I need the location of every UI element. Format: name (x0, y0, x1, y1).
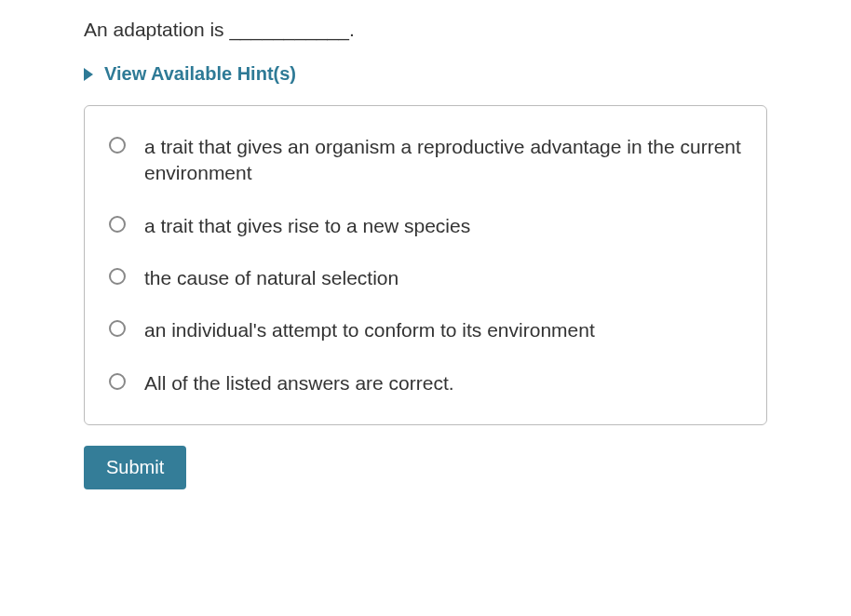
option-row[interactable]: All of the listed answers are correct. (109, 370, 742, 396)
option-text: a trait that gives rise to a new species (144, 213, 470, 239)
triangle-right-icon (84, 68, 93, 81)
radio-button[interactable] (109, 268, 126, 285)
radio-button[interactable] (109, 373, 126, 390)
question-text: An adaptation is ___________. (84, 19, 767, 41)
option-text: All of the listed answers are correct. (144, 370, 454, 396)
option-row[interactable]: a trait that gives rise to a new species (109, 213, 742, 239)
option-text: the cause of natural selection (144, 265, 398, 291)
hints-label: View Available Hint(s) (104, 63, 296, 85)
options-box: a trait that gives an organism a reprodu… (84, 105, 767, 425)
submit-button[interactable]: Submit (84, 446, 186, 489)
option-row[interactable]: an individual's attempt to conform to it… (109, 317, 742, 343)
option-row[interactable]: a trait that gives an organism a reprodu… (109, 134, 742, 187)
hints-toggle[interactable]: View Available Hint(s) (84, 63, 767, 85)
radio-button[interactable] (109, 216, 126, 233)
option-row[interactable]: the cause of natural selection (109, 265, 742, 291)
option-text: a trait that gives an organism a reprodu… (144, 134, 742, 187)
radio-button[interactable] (109, 137, 126, 154)
question-container: An adaptation is ___________. View Avail… (0, 0, 851, 508)
radio-button[interactable] (109, 320, 126, 337)
option-text: an individual's attempt to conform to it… (144, 317, 595, 343)
